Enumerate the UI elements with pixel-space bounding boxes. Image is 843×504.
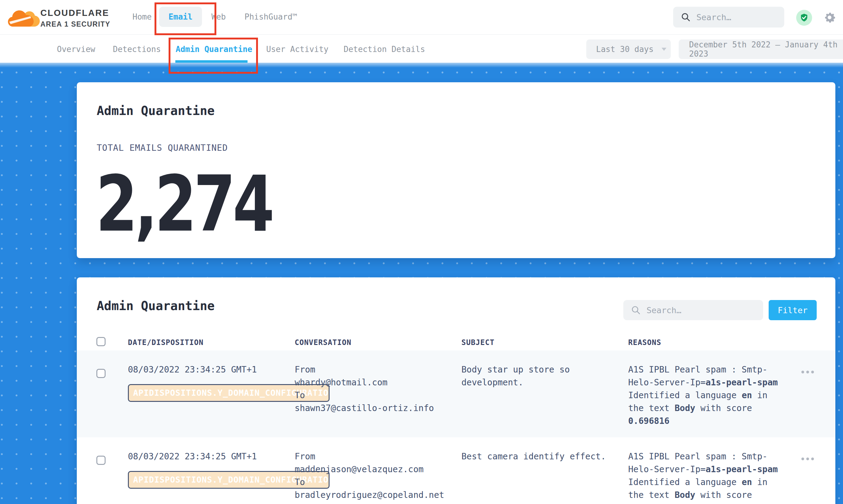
tab-overview[interactable]: Overview xyxy=(57,44,95,54)
cloudflare-logo-icon xyxy=(8,5,40,29)
text-line: From xyxy=(295,450,466,463)
nav-item-web[interactable]: Web xyxy=(211,12,226,21)
nav-item-email-label: Email xyxy=(169,12,192,21)
nav-item-phishguard[interactable]: PhishGuard™ xyxy=(245,12,297,21)
global-search-box xyxy=(673,7,784,28)
ellipsis-dot xyxy=(806,457,809,460)
row-checkbox[interactable] xyxy=(96,456,106,465)
text-line: To xyxy=(295,389,466,402)
active-tab-underline xyxy=(175,60,248,63)
text-line: 0.696816 xyxy=(628,415,781,428)
metric-label: TOTAL EMAILS QUARANTINED xyxy=(97,143,228,153)
text-line: Identified a language en in xyxy=(628,389,781,402)
date-range-control[interactable]: December 5th 2022 — January 4th 2023 xyxy=(679,39,843,59)
text-line: bradleyrodriguez@copeland.net xyxy=(295,489,466,502)
brand-name: CLOUDFLARE xyxy=(40,8,110,18)
settings-button[interactable] xyxy=(823,11,837,24)
chevron-down-icon xyxy=(662,48,666,51)
ellipsis-dot xyxy=(811,457,814,460)
conversation-cell: Fromwhardy@hotmail.comToshawn37@castillo… xyxy=(295,363,466,415)
dashboard-background: Admin Quarantine TOTAL EMAILS QUARANTINE… xyxy=(0,63,843,504)
ellipsis-dot xyxy=(802,457,804,460)
text-line: A1S IPBL Pearl spam : Smtp- xyxy=(628,363,781,376)
tab-detections[interactable]: Detections xyxy=(113,44,161,54)
nav-item-email[interactable]: Email xyxy=(159,7,202,27)
text-line: Best camera identify effect. xyxy=(461,450,620,463)
app-root: CLOUDFLARE AREA 1 SECURITY Home Email We… xyxy=(0,0,843,504)
ellipsis-dot xyxy=(806,371,809,373)
filter-button[interactable]: Filter xyxy=(769,300,817,320)
column-header-reasons: REASONS xyxy=(628,338,661,347)
ellipsis-dot xyxy=(811,371,814,373)
row-actions-button[interactable] xyxy=(800,456,816,462)
ellipsis-dot xyxy=(802,371,804,373)
reasons-cell: A1S IPBL Pearl spam : Smtp-Helo-Server-I… xyxy=(628,363,781,428)
table-search-box xyxy=(623,300,763,320)
text-line: From xyxy=(295,363,466,376)
text-line: development. xyxy=(461,376,620,389)
conversation-cell: Frommaddenjason@velazquez.comTobradleyro… xyxy=(295,450,466,502)
text-line: A1S IPBL Pearl spam : Smtp- xyxy=(628,450,781,463)
reasons-cell: A1S IPBL Pearl spam : Smtp-Helo-Server-I… xyxy=(628,450,781,504)
table-body: 08/03/2022 23:34:25 GMT+1APIDISPOSITIONS… xyxy=(77,350,835,504)
period-selector[interactable]: Last 30 days xyxy=(586,39,671,59)
quarantine-table-card: Admin Quarantine Filter DATE/DISPOSITION… xyxy=(77,277,835,504)
brand-subtitle: AREA 1 SECURITY xyxy=(40,20,110,29)
summary-card-title: Admin Quarantine xyxy=(97,104,214,118)
text-line: shawn37@castillo-ortiz.info xyxy=(295,402,466,415)
top-navbar: CLOUDFLARE AREA 1 SECURITY Home Email We… xyxy=(0,0,843,35)
search-icon xyxy=(681,13,690,22)
protection-status-button[interactable] xyxy=(796,10,812,26)
metric-value: 2,274 xyxy=(96,165,272,242)
text-line: Helo-Server-Ip=a1s-pearl-spam xyxy=(628,376,781,389)
column-header-conversation: CONVERSATION xyxy=(295,338,351,347)
date-range-label: December 5th 2022 — January 4th 2023 xyxy=(689,40,843,58)
tab-admin-quarantine[interactable]: Admin Quarantine xyxy=(176,44,252,54)
tab-detection-details[interactable]: Detection Details xyxy=(344,44,425,54)
table-header-row: DATE/DISPOSITION CONVERSATION SUBJECT RE… xyxy=(77,334,835,350)
text-line: the text Body with score xyxy=(628,489,781,502)
text-line: 0.696816 xyxy=(628,502,781,504)
text-line: whardy@hotmail.com xyxy=(295,376,466,389)
email-sub-navbar: Overview Detections Admin Quarantine Use… xyxy=(0,35,843,63)
subject-cell: Body star up store sodevelopment. xyxy=(461,363,620,389)
subject-cell: Best camera identify effect. xyxy=(461,450,620,463)
table-card-title: Admin Quarantine xyxy=(97,299,214,313)
global-search-input[interactable] xyxy=(696,12,769,22)
select-all-checkbox[interactable] xyxy=(96,337,106,346)
tab-user-activity[interactable]: User Activity xyxy=(266,44,329,54)
text-line: the text Body with score xyxy=(628,402,781,415)
brand-text: CLOUDFLARE AREA 1 SECURITY xyxy=(40,8,110,29)
period-label: Last 30 days xyxy=(596,44,654,54)
row-checkbox[interactable] xyxy=(96,369,106,378)
column-header-date: DATE/DISPOSITION xyxy=(128,338,204,347)
row-actions-button[interactable] xyxy=(800,369,816,375)
table-row[interactable]: 08/03/2022 23:34:25 GMT+1APIDISPOSITIONS… xyxy=(77,350,835,437)
gear-icon xyxy=(823,11,837,24)
text-line: maddenjason@velazquez.com xyxy=(295,463,466,476)
text-line: To xyxy=(295,476,466,489)
column-header-subject: SUBJECT xyxy=(461,338,494,347)
search-icon xyxy=(631,306,640,315)
nav-item-home[interactable]: Home xyxy=(133,12,152,21)
table-search-input[interactable] xyxy=(646,305,740,315)
text-line: Body star up store so xyxy=(461,363,620,376)
text-line: Identified a language en in xyxy=(628,476,781,489)
text-line: Helo-Server-Ip=a1s-pearl-spam xyxy=(628,463,781,476)
summary-card: Admin Quarantine TOTAL EMAILS QUARANTINE… xyxy=(77,82,835,258)
table-row[interactable]: 08/03/2022 23:34:25 GMT+1APIDISPOSITIONS… xyxy=(77,437,835,504)
shield-check-icon xyxy=(800,13,809,22)
